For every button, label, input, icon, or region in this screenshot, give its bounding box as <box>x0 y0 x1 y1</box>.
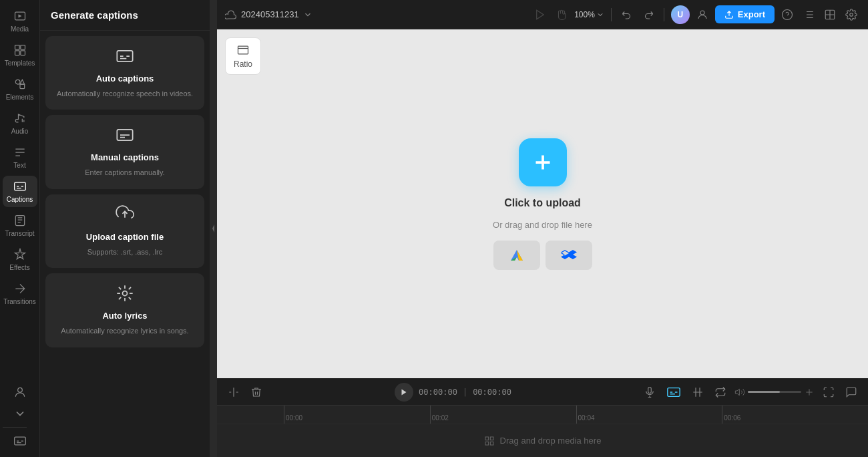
settings-btn[interactable] <box>843 6 860 23</box>
ratio-label: Ratio <box>234 59 252 69</box>
main-area: 202405311231 100% <box>217 0 868 457</box>
split-btn[interactable] <box>225 384 242 401</box>
zoom-control[interactable]: 100% <box>574 10 604 19</box>
svg-point-16 <box>783 9 793 19</box>
hand-icon <box>556 9 568 21</box>
fullscreen-icon <box>823 386 835 398</box>
sidebar-item-account[interactable] <box>3 382 37 403</box>
project-dropdown-icon[interactable] <box>303 10 312 19</box>
manual-captions-card[interactable]: Manual captions Enter captions manually. <box>45 115 204 188</box>
hand-tool-btn[interactable] <box>553 6 570 23</box>
ruler-mark-0: 00:00 <box>284 406 430 424</box>
svg-marker-14 <box>537 10 544 19</box>
export-label: Export <box>738 9 765 19</box>
svg-rect-21 <box>648 387 652 393</box>
media-icon <box>13 9 27 23</box>
delete-btn[interactable] <box>248 384 265 401</box>
effects-icon <box>13 248 27 261</box>
sidebar-item-text-label: Text <box>13 162 25 169</box>
sidebar-item-text[interactable]: Text <box>3 142 37 173</box>
sidebar-item-chevron[interactable] <box>3 403 37 424</box>
auto-captions-desc: Automatically recognize speech in videos… <box>57 89 193 99</box>
auto-captions-icon <box>116 47 134 68</box>
auto-captions-title: Auto captions <box>96 73 154 84</box>
svg-rect-4 <box>20 51 25 55</box>
sidebar-item-captions[interactable]: Captions <box>3 176 37 207</box>
list-btn[interactable] <box>800 6 817 23</box>
transcript-icon <box>13 214 27 227</box>
upload-plus-button[interactable] <box>519 138 567 186</box>
svg-marker-20 <box>402 389 407 395</box>
audio-icon <box>13 112 27 125</box>
sidebar-item-media-label: Media <box>11 25 29 33</box>
upload-caption-title: Upload caption file <box>86 232 164 242</box>
timeline-play-btn[interactable] <box>395 383 413 402</box>
sidebar-item-media[interactable]: Media <box>3 5 37 37</box>
sidebar-item-transcript[interactable]: Transcript <box>3 210 37 241</box>
top-bar-divider-2 <box>664 8 664 21</box>
caption-timeline-btn[interactable] <box>664 382 684 402</box>
svg-point-5 <box>15 80 20 84</box>
sidebar: Media Templates Elements Audio Text <box>0 0 40 457</box>
panel-title: Generate captions <box>40 0 210 31</box>
layout-icon <box>824 9 836 21</box>
upload-caption-card[interactable]: Upload caption file Supports: .srt, .ass… <box>45 194 204 268</box>
timeline-ruler: 00:00 00:02 00:04 00:06 <box>217 405 868 424</box>
drop-zone-label: Drag and drop media here <box>500 436 602 446</box>
dropbox-btn[interactable] <box>546 241 592 270</box>
svg-rect-6 <box>20 84 25 89</box>
export-button[interactable]: Export <box>715 5 775 23</box>
play-preview-btn[interactable] <box>531 6 549 23</box>
volume-up-icon <box>804 387 815 398</box>
ruler-mark-3: 00:06 <box>722 406 868 424</box>
sidebar-item-caption-bottom[interactable] <box>3 430 37 452</box>
svg-rect-2 <box>20 45 25 50</box>
mic-btn[interactable] <box>641 384 658 401</box>
caption-timeline-icon <box>666 385 681 400</box>
ratio-button[interactable]: Ratio <box>225 37 261 75</box>
media-drop-zone[interactable]: Drag and drop media here <box>217 424 868 457</box>
redo-btn[interactable] <box>640 6 657 23</box>
auto-captions-card[interactable]: Auto captions Automatically recognize sp… <box>45 36 204 110</box>
manual-captions-icon <box>116 126 134 147</box>
settings-icon <box>845 9 857 21</box>
user-btn[interactable] <box>694 6 711 23</box>
help-btn[interactable] <box>779 6 796 23</box>
volume-slider[interactable] <box>748 391 801 393</box>
loop-btn[interactable] <box>712 384 729 401</box>
sidebar-item-templates-label: Templates <box>5 59 35 67</box>
captions-icon <box>13 180 27 193</box>
svg-rect-27 <box>490 442 493 445</box>
google-drive-btn[interactable] <box>493 241 540 270</box>
sidebar-item-effects[interactable]: Effects <box>3 244 37 275</box>
trash-icon <box>250 386 262 398</box>
fullscreen-btn[interactable] <box>820 384 837 401</box>
volume-slider-fill <box>748 391 780 393</box>
volume-slider-area <box>734 387 815 398</box>
sidebar-item-elements[interactable]: Elements <box>3 73 37 105</box>
sidebar-item-audio[interactable]: Audio <box>3 108 37 139</box>
cloud-icon <box>225 9 237 21</box>
comment-btn[interactable] <box>843 384 860 401</box>
svg-rect-26 <box>485 442 489 445</box>
auto-lyrics-card[interactable]: Auto lyrics Automatically recognize lyri… <box>45 273 204 347</box>
svg-point-15 <box>700 11 704 15</box>
sidebar-item-transitions[interactable]: Transitions <box>3 278 37 309</box>
sidebar-bottom-area <box>3 382 37 452</box>
zoom-label: 100% <box>574 10 595 19</box>
panel-collapse-handle[interactable] <box>210 0 217 457</box>
split-timeline-btn[interactable] <box>689 384 706 401</box>
dropbox-icon <box>561 247 577 263</box>
play-icon <box>534 9 546 21</box>
plus-icon <box>531 150 555 174</box>
svg-point-18 <box>850 13 853 16</box>
sidebar-item-audio-label: Audio <box>11 128 29 135</box>
upload-caption-desc: Supports: .srt, .ass, .lrc <box>87 247 162 257</box>
split-icon <box>228 386 240 398</box>
total-time: 00:00:00 <box>473 388 511 397</box>
undo-btn[interactable] <box>618 6 636 23</box>
sidebar-item-templates[interactable]: Templates <box>3 39 37 71</box>
layout-btn[interactable] <box>821 6 839 23</box>
project-name-area: 202405311231 <box>225 9 312 21</box>
upload-icons-row <box>493 241 592 270</box>
